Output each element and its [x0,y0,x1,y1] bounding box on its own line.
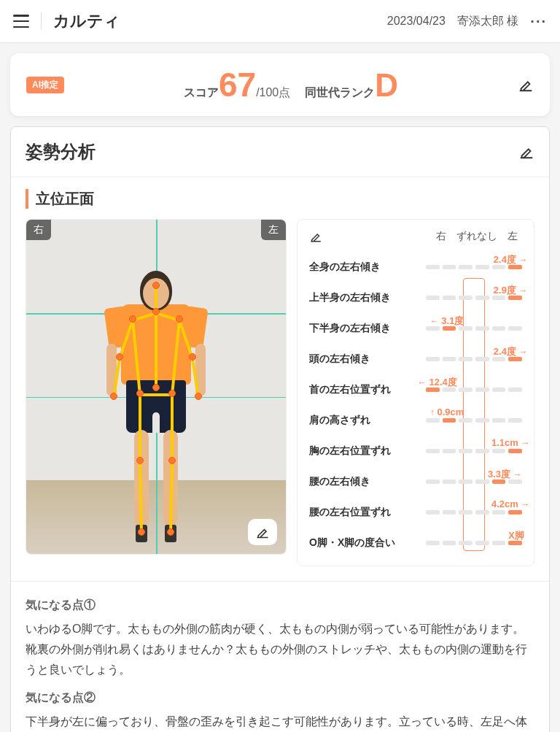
metric-row: 首の左右位置ずれ← 12.4度 [309,374,522,405]
metric-bar: 2.4度 → [426,355,522,363]
ai-badge: AI推定 [26,77,64,93]
metric-row: O脚・X脚の度合いX脚 [309,528,522,558]
col-left: 左 [508,230,518,243]
metric-bar: X脚 [426,539,522,547]
metric-row: 上半身の左右傾き2.9度 → [309,282,522,313]
metric-name: O脚・X脚の度合い [309,536,426,550]
divider [41,12,42,30]
metric-bar: 3.3度 → [426,478,522,485]
rank-value: D [375,67,398,103]
metric-row: 下半身の左右傾き← 3.1度 [309,313,522,344]
app-title: カルティ [53,10,120,32]
metric-bar: 2.9度 → [426,294,522,301]
metric-value: 4.2cm → [491,498,529,509]
metric-row: 全身の左右傾き2.4度 → [309,252,522,282]
metric-row: 胸の左右位置ずれ1.1cm → [309,436,522,466]
metric-value: 2.9度 → [494,284,528,297]
note-body: いわゆるO脚です。太ももの外側の筋肉が硬く、太ももの内側が弱っている可能性があり… [26,619,534,680]
menu-icon[interactable] [13,15,29,28]
metric-bar: 4.2cm → [426,509,522,516]
metric-bar: 1.1cm → [426,447,522,455]
header-date: 2023/04/23 [387,15,446,28]
metric-name: 頭の左右傾き [309,352,426,366]
metric-name: 首の左右位置ずれ [309,383,426,396]
analysis-card: 姿勢分析 立位正面 [10,126,550,732]
metrics-edit-icon[interactable] [309,230,322,243]
metric-bar: ← 3.1度 [426,325,522,332]
photo-right-tag: 右 [26,220,51,240]
metric-value: ↑ 0.9cm [430,407,464,417]
metric-value: 3.3度 → [488,468,522,481]
photo-edit-button[interactable] [248,519,277,545]
metric-value: 1.1cm → [491,437,529,448]
note-title: 気になる点② [26,690,534,706]
metric-value: ← 12.4度 [418,376,457,389]
metric-value: 2.4度 → [494,253,528,266]
patient-name: 寄添太郎 様 [457,14,518,29]
metric-value: 2.4度 → [494,345,528,358]
metric-bar: ← 12.4度 [426,386,522,393]
metric-row: 腰の左右傾き3.3度 → [309,466,522,497]
rank-label: 同世代ランク [305,86,375,99]
posture-photo: 右 左 [26,219,287,555]
analysis-title: 姿勢分析 [26,140,96,163]
note-body: 下半身が左に偏っており、骨盤の歪みを引き起こす可能性があります。立っている時、左… [26,712,534,732]
metric-row: 肩の高さずれ↑ 0.9cm [309,405,522,436]
metric-name: 上半身の左右傾き [309,291,426,304]
metric-value: ← 3.1度 [430,315,464,328]
metric-name: 胸の左右位置ずれ [309,444,426,458]
edit-icon[interactable] [518,144,534,160]
app-header: カルティ 2023/04/23 寄添太郎 様 ··· [0,0,560,43]
sub-title: 立位正面 [26,189,534,209]
metric-name: 全身の左右傾き [309,261,426,274]
more-icon[interactable]: ··· [530,13,547,30]
metric-row: 腰の左右位置ずれ4.2cm → [309,497,522,528]
metrics-panel: 右 ずれなし 左 全身の左右傾き2.4度 →上半身の左右傾き2.9度 →下半身の… [297,219,534,566]
note-title: 気になる点① [26,598,534,613]
metric-value: X脚 [508,529,524,542]
metric-bar: ↑ 0.9cm [426,417,522,424]
score-card: AI推定 スコア67/100点 同世代ランクD [10,53,550,116]
notes-section: 気になる点①いわゆるO脚です。太ももの外側の筋肉が硬く、太ももの内側が弱っている… [11,581,549,732]
metric-name: 下半身の左右傾き [309,322,426,335]
score-max: /100点 [256,86,290,99]
metric-row: 頭の左右傾き2.4度 → [309,344,522,374]
metric-bar: 2.4度 → [426,263,522,271]
score-label: スコア [184,86,219,99]
metric-name: 肩の高さずれ [309,414,426,427]
edit-icon[interactable] [518,77,534,93]
col-right: 右 [436,230,446,243]
metric-name: 腰の左右位置ずれ [309,506,426,519]
col-center: ずれなし [456,230,497,243]
photo-left-tag: 左 [261,220,286,240]
score-value: 67 [219,66,256,104]
metric-name: 腰の左右傾き [309,475,426,488]
